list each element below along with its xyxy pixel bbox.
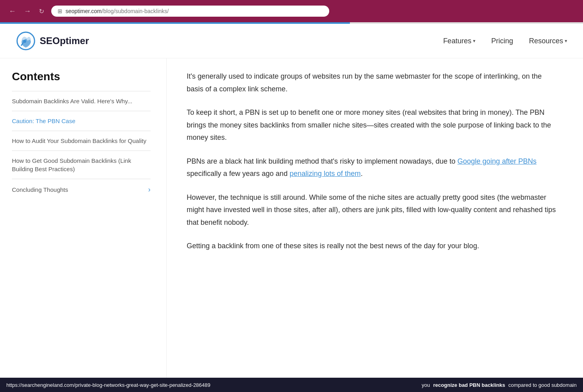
paragraph-3-text-after: . <box>361 170 363 178</box>
toc-item-2[interactable]: Caution: The PBN Case <box>12 111 151 131</box>
nav-buttons: ← → ↻ <box>6 6 46 17</box>
status-bold-text: recognize bad PBN backlinks <box>433 382 505 383</box>
url-text: seoptimer.com/blog/subdomain-backlinks/ <box>66 8 169 14</box>
article-content: It's generally used to indicate groups o… <box>167 58 583 383</box>
back-button[interactable]: ← <box>6 6 18 17</box>
sidebar-toc: Contents Subdomain Backlinks Are Valid. … <box>0 58 167 383</box>
paragraph-4-text: However, the technique is still around. … <box>187 193 556 226</box>
article-paragraph-3: PBNs are a black hat link building metho… <box>187 155 559 180</box>
toc-item-5-label: Concluding Thoughts <box>12 185 68 194</box>
toc-list: Subdomain Backlinks Are Valid. Here's Wh… <box>12 91 151 200</box>
status-bar: https://searchengineland.com/private-blo… <box>0 378 583 383</box>
address-bar[interactable]: ⊞ seoptimer.com/blog/subdomain-backlinks… <box>51 6 329 17</box>
toc-item-5[interactable]: Concluding Thoughts › <box>12 179 151 200</box>
paragraph-3-text-between: specifically a few years ago and <box>187 170 290 178</box>
paragraph-5-text: Getting a backlink from one of these sit… <box>187 242 479 250</box>
logo-text: SEOptimer <box>40 35 89 46</box>
resources-chevron-icon: ▾ <box>565 38 567 44</box>
penalizing-link[interactable]: penalizing lots of them <box>290 170 361 178</box>
nav-pricing[interactable]: Pricing <box>491 37 513 45</box>
toc-item-3-label: How to Audit Your Subdomain Backlinks fo… <box>12 137 147 145</box>
address-icon: ⊞ <box>58 8 62 14</box>
toc-item-4[interactable]: How to Get Good Subdomain Backlinks (Lin… <box>12 151 151 179</box>
nav-features-label: Features <box>443 37 471 45</box>
article-paragraph-2: To keep it short, a PBN is set up to ben… <box>187 106 559 144</box>
status-url: https://searchengineland.com/private-blo… <box>6 382 210 383</box>
features-chevron-icon: ▾ <box>473 38 475 44</box>
seoptimer-logo-icon <box>16 31 36 51</box>
toc-item-1[interactable]: Subdomain Backlinks Are Valid. Here's Wh… <box>12 91 151 111</box>
nav-features[interactable]: Features ▾ <box>443 37 475 45</box>
nav-resources-label: Resources <box>529 37 563 45</box>
logo-area: SEOptimer <box>16 31 443 51</box>
svg-point-1 <box>23 40 26 43</box>
google-pbn-link[interactable]: Google going after PBNs <box>458 157 537 165</box>
status-partial-before: you <box>422 382 430 383</box>
article-paragraph-5: Getting a backlink from one of these sit… <box>187 240 559 253</box>
google-pbn-link-text: Google going after PBNs <box>458 157 537 165</box>
status-right: you recognize bad PBN backlinks compared… <box>422 382 577 383</box>
toc-title: Contents <box>12 70 151 83</box>
forward-button[interactable]: → <box>21 6 33 17</box>
toc-item-1-label: Subdomain Backlinks Are Valid. Here's Wh… <box>12 97 132 105</box>
paragraph-2-text: To keep it short, a PBN is set up to ben… <box>187 108 551 141</box>
toc-item-2-label: Caution: The PBN Case <box>12 117 75 125</box>
main-content: Contents Subdomain Backlinks Are Valid. … <box>0 58 583 383</box>
toc-item-4-label: How to Get Good Subdomain Backlinks (Lin… <box>12 156 151 173</box>
nav-pricing-label: Pricing <box>491 37 513 45</box>
url-domain: seoptimer.com <box>66 8 102 14</box>
main-nav: Features ▾ Pricing Resources ▾ <box>443 37 567 45</box>
reload-button[interactable]: ↻ <box>37 6 46 17</box>
article-paragraph-1: It's generally used to indicate groups o… <box>187 70 559 95</box>
browser-chrome: ← → ↻ ⊞ seoptimer.com/blog/subdomain-bac… <box>0 0 583 22</box>
status-partial-after: compared to good subdomain <box>508 382 577 383</box>
article-paragraph-4: However, the technique is still around. … <box>187 191 559 229</box>
toc-item-3[interactable]: How to Audit Your Subdomain Backlinks fo… <box>12 131 151 151</box>
penalizing-link-text: penalizing lots of them <box>290 170 361 178</box>
url-path: /blog/subdomain-backlinks/ <box>102 8 169 14</box>
toc-item-5-arrow: › <box>148 185 151 195</box>
paragraph-3-text-before: PBNs are a black hat link building metho… <box>187 157 458 165</box>
nav-resources[interactable]: Resources ▾ <box>529 37 567 45</box>
paragraph-1-text: It's generally used to indicate groups o… <box>187 72 542 93</box>
site-header: SEOptimer Features ▾ Pricing Resources ▾ <box>0 24 583 58</box>
